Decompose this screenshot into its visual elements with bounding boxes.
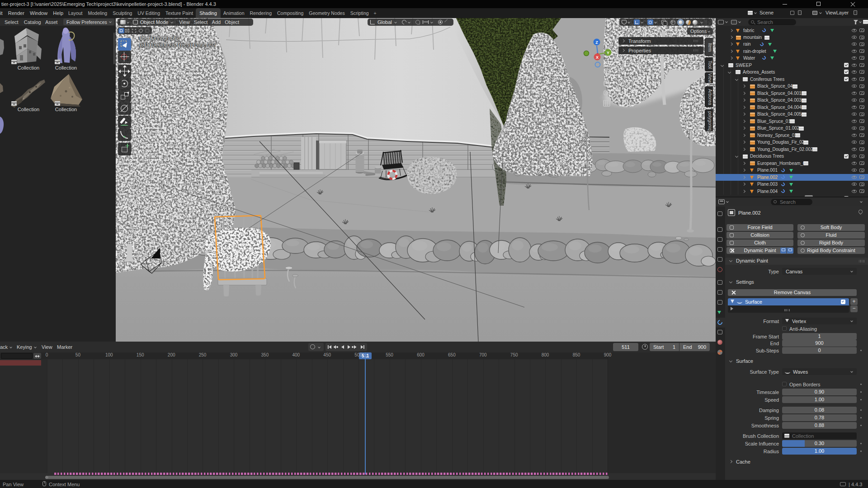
svg-text:Collection: Collection: [18, 107, 39, 112]
svg-text:Collection: Collection: [55, 65, 77, 70]
svg-text:Y: Y: [607, 51, 609, 55]
svg-text:X: X: [596, 55, 599, 60]
svg-text:Collection: Collection: [55, 107, 77, 112]
svg-text:Collection: Collection: [18, 65, 39, 70]
svg-text:Z: Z: [595, 40, 598, 45]
